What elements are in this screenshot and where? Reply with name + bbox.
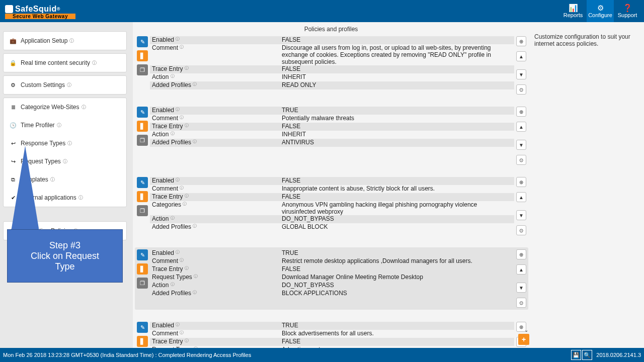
policy-row: Trace Entry ⓘFALSE — [150, 265, 514, 274]
clock-icon: 🕓 — [10, 122, 17, 129]
policy-value: Anonymous VPN gambling hacking illegal p… — [281, 201, 514, 215]
policy-value: DO_NOT_BYPASS — [281, 282, 514, 290]
move-top-button[interactable]: ⊕ — [516, 107, 526, 117]
status-bar: Mon Feb 26 2018 13:23:28 GMT+0530 (India… — [0, 348, 644, 362]
delete-button[interactable]: ▋ — [137, 50, 148, 61]
top-nav: 📊Reports ⚙Configure ❓Support — [559, 0, 641, 22]
move-down-button[interactable]: ▼ — [516, 140, 526, 150]
move-top-button[interactable]: ⊕ — [516, 177, 526, 187]
clone-button[interactable]: ❐ — [137, 278, 148, 289]
policy-value: READ ONLY — [281, 81, 514, 89]
move-up-button[interactable]: ▲ — [516, 51, 526, 61]
policy-row: Trace Entry ⓘFALSE — [150, 338, 514, 346]
logo-icon — [5, 5, 13, 13]
policy-key: Trace Entry ⓘ — [150, 193, 281, 201]
logo-tagline: Secure Web Gateway — [5, 14, 75, 19]
policy-row: Request Types ⓘDownload Manager Online M… — [150, 274, 514, 282]
nav-reports[interactable]: 📊Reports — [559, 0, 587, 22]
save-button[interactable]: 💾 — [571, 350, 581, 360]
policy-row: Action ⓘINHERIT — [150, 73, 514, 81]
clone-button[interactable]: ❐ — [137, 135, 148, 146]
policy-value: GLOBAL BLOCK — [281, 223, 514, 231]
policy-row: Added Profiles ⓘGLOBAL BLOCK — [150, 223, 514, 231]
policy-row: Action ⓘDO_NOT_BYPASS — [150, 282, 514, 290]
sidebar-item-time-profiler[interactable]: 🕓Time Profilerⓘ — [4, 116, 126, 134]
policy-value: TRUE — [281, 107, 514, 115]
policy-row: Comment ⓘPotentially malware threats — [150, 115, 514, 123]
nav-configure[interactable]: ⚙Configure — [587, 0, 614, 22]
policy-key: Comment ⓘ — [150, 257, 281, 265]
policy-value: FALSE — [281, 65, 514, 73]
scroll-more-icon: ⌄ — [524, 327, 528, 333]
briefcase-icon: 💼 — [10, 38, 17, 44]
policy-key: Trace Entry ⓘ — [150, 338, 281, 346]
policy-row: Enabled ⓘTRUE — [150, 107, 514, 115]
policy-row: Categories ⓘAnonymous VPN gambling hacki… — [150, 201, 514, 215]
policy-value: FALSE — [281, 265, 514, 274]
policy-card: ✎▋❐Enabled ⓘFALSEComment ⓘInappropriate … — [135, 177, 528, 235]
policy-row: Comment ⓘDiscourage all users from log i… — [150, 44, 514, 65]
clone-button[interactable]: ❐ — [137, 205, 148, 216]
policy-card: ✎▋❐Enabled ⓘTRUEComment ⓘPotentially mal… — [135, 107, 528, 165]
list-icon: ≣ — [10, 104, 17, 111]
policy-table: Enabled ⓘFALSEComment ⓘInappropriate con… — [150, 177, 514, 235]
move-bottom-button[interactable]: ⊙ — [516, 84, 526, 95]
edit-button[interactable]: ✎ — [137, 107, 148, 118]
edit-button[interactable]: ✎ — [137, 177, 148, 188]
policy-list[interactable]: ✎▋❐Enabled ⓘFALSEComment ⓘDiscourage all… — [133, 36, 529, 348]
policy-key: Categories ⓘ — [150, 201, 281, 215]
clone-button[interactable]: ❐ — [137, 64, 148, 75]
sidebar-item-app-setup[interactable]: 💼Application Setupⓘ — [4, 32, 126, 50]
delete-button[interactable]: ▋ — [137, 121, 148, 132]
policy-key: Added Profiles ⓘ — [150, 290, 281, 298]
move-bottom-button[interactable]: ⊙ — [516, 155, 526, 165]
sidebar-item-custom-settings[interactable]: ⚙Custom Settingsⓘ — [4, 76, 126, 94]
move-up-button[interactable]: ▲ — [516, 192, 526, 202]
policy-key: Action ⓘ — [150, 73, 281, 81]
move-down-button[interactable]: ▼ — [516, 69, 526, 79]
search-button[interactable]: 🔍 — [582, 350, 592, 360]
move-top-button[interactable]: ⊕ — [516, 36, 526, 46]
help-panel: Customize configuration to suit your int… — [529, 22, 644, 348]
move-top-button[interactable]: ⊕ — [516, 249, 526, 259]
edit-button[interactable]: ✎ — [137, 322, 148, 333]
delete-button[interactable]: ▋ — [137, 191, 148, 202]
policy-key: Enabled ⓘ — [150, 322, 281, 330]
policy-value: INHERIT — [281, 131, 514, 139]
status-text: Mon Feb 26 2018 13:23:28 GMT+0530 (India… — [3, 352, 251, 358]
move-up-button[interactable]: ▲ — [516, 122, 526, 132]
policy-row: Action ⓘINHERIT — [150, 131, 514, 139]
edit-button[interactable]: ✎ — [137, 249, 148, 260]
move-up-button[interactable]: ▲ — [516, 264, 526, 275]
nav-support[interactable]: ❓Support — [614, 0, 641, 22]
policy-row: Added Profiles ⓘBLOCK APPLICATIONS — [150, 290, 514, 298]
move-down-button[interactable]: ▼ — [516, 283, 526, 293]
policy-key: Trace Entry ⓘ — [150, 265, 281, 274]
policy-row: Comment ⓘInappropriate content is abuse,… — [150, 185, 514, 193]
delete-button[interactable]: ▋ — [137, 336, 148, 347]
edit-button[interactable]: ✎ — [137, 36, 148, 47]
logo: SafeSquid® Secure Web Gateway — [3, 4, 75, 19]
help-text: Customize configuration to suit your int… — [534, 33, 639, 47]
policy-key: Trace Entry ⓘ — [150, 65, 281, 73]
sidebar-item-realtime-security[interactable]: 🔒Real time content securityⓘ — [4, 54, 126, 72]
policy-key: Enabled ⓘ — [150, 177, 281, 185]
policy-key: Action ⓘ — [150, 131, 281, 139]
policy-row: Enabled ⓘTRUE — [150, 322, 514, 330]
delete-button[interactable]: ▋ — [137, 263, 148, 275]
move-down-button[interactable]: ▼ — [516, 210, 526, 220]
move-bottom-button[interactable]: ⊙ — [516, 225, 526, 235]
policy-value: Restrict remote desktop applications ,Do… — [281, 257, 514, 265]
policy-value: Potentially malware threats — [281, 115, 514, 123]
chart-icon: 📊 — [569, 4, 578, 12]
add-policy-button[interactable]: + — [518, 334, 529, 345]
policy-value: FALSE — [281, 177, 514, 185]
policy-value: ANTIVIRUS — [281, 139, 514, 147]
policy-table: Enabled ⓘFALSEComment ⓘDiscourage all us… — [150, 36, 514, 95]
policy-value: FALSE — [281, 36, 514, 44]
main-panel: Policies and profiles ✎▋❐Enabled ⓘFALSEC… — [133, 22, 529, 348]
top-bar: SafeSquid® Secure Web Gateway 📊Reports ⚙… — [0, 0, 644, 22]
sidebar-item-categorize[interactable]: ≣Categorize Web-Sitesⓘ — [4, 98, 126, 116]
move-bottom-button[interactable]: ⊙ — [516, 298, 526, 308]
policy-key: Comment ⓘ — [150, 44, 281, 65]
